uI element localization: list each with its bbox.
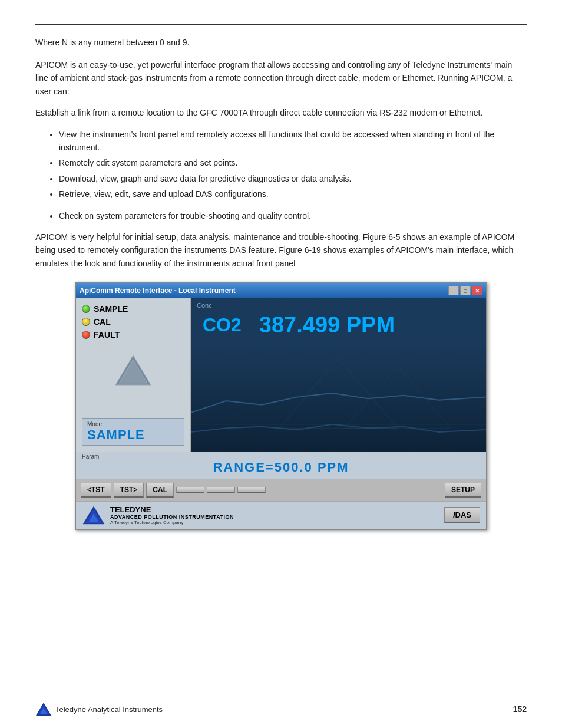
brand-area: TELEDYNE ADVANCED POLLUTION INSTRUMENTAT… (82, 505, 234, 525)
window-body: SAMPLE CAL FAULT (76, 298, 486, 529)
sample-status-row: SAMPLE (82, 304, 184, 314)
cal-dot (82, 318, 90, 326)
measurement-row: CO2 387.499 PPM (191, 310, 486, 342)
list-item: Check on system parameters for trouble-s… (59, 209, 527, 222)
sample-label: SAMPLE (94, 304, 128, 314)
top-note: Where N is any numeral between 0 and 9. (35, 37, 527, 49)
para2: Establish a link from a remote location … (35, 106, 527, 119)
brand-tagline: A Teledyne Technologies Company (110, 520, 234, 525)
brand-text: TELEDYNE ADVANCED POLLUTION INSTRUMENTAT… (110, 505, 234, 525)
list-item: Download, view, graph and save data for … (59, 172, 527, 185)
idas-label-das: DAS (455, 510, 471, 519)
blank-button-3[interactable] (237, 487, 266, 493)
page-footer: Teledyne Analytical Instruments 152 (35, 697, 527, 716)
page: Where N is any numeral between 0 and 9. … (0, 0, 562, 728)
close-button[interactable]: ✕ (472, 286, 482, 295)
chart-svg (191, 342, 486, 452)
param-bar: Param RANGE=500.0 PPM (76, 452, 486, 479)
idas-button[interactable]: iDAS (444, 507, 480, 523)
sample-dot (82, 305, 90, 313)
minimize-button[interactable]: _ (448, 286, 459, 295)
instrument-main: SAMPLE CAL FAULT (76, 298, 486, 452)
para3: APICOM is very helpful for initial setup… (35, 230, 527, 270)
cal-label: CAL (94, 317, 111, 327)
mode-value: SAMPLE (87, 427, 179, 443)
right-panel: Conc CO2 387.499 PPM (191, 298, 486, 452)
apicom-window: ApiComm Remote Interface - Local Instrum… (75, 282, 487, 530)
fault-label: FAULT (94, 330, 120, 340)
param-value: RANGE=500.0 PPM (82, 460, 480, 475)
tst-next-button[interactable]: TST> (114, 483, 144, 498)
footer-brand-text: Teledyne Analytical Instruments (55, 705, 163, 714)
brand-main: TELEDYNE (110, 505, 234, 514)
list-item: View the instrument's front panel and re… (59, 128, 527, 154)
footer-triangle-icon (35, 702, 52, 716)
window-controls: _ □ ✕ (448, 286, 482, 295)
para1: APICOM is an easy-to-use, yet powerful i… (35, 58, 527, 98)
bottom-rule (35, 548, 527, 548)
conc-label: Conc (191, 298, 486, 310)
brand-sub: ADVANCED POLLUTION INSTRUMENTATION (110, 514, 234, 520)
footer-brand: Teledyne Analytical Instruments (35, 702, 163, 716)
top-rule (35, 24, 527, 25)
cal-status-row: CAL (82, 317, 184, 327)
button-row: <TST TST> CAL SETUP (76, 479, 486, 501)
brand-triangle-icon (82, 505, 105, 525)
fault-dot (82, 331, 90, 339)
mode-label: Mode (87, 421, 179, 427)
window-title: ApiComm Remote Interface - Local Instrum… (80, 286, 236, 295)
gas-value: 387.499 PPM (259, 312, 395, 338)
triangle-icon (82, 353, 184, 388)
blank-button-1[interactable] (176, 487, 204, 493)
standalone-bullet: Check on system parameters for trouble-s… (59, 209, 527, 222)
gas-name: CO2 (203, 314, 242, 336)
maximize-button[interactable]: □ (460, 286, 471, 295)
param-label: Param (82, 453, 480, 460)
svg-marker-1 (119, 360, 147, 383)
list-item: Retrieve, view, edit, save and upload DA… (59, 187, 527, 200)
mode-box: Mode SAMPLE (82, 418, 184, 446)
chart-area (191, 342, 486, 452)
cal-button[interactable]: CAL (146, 483, 174, 498)
window-titlebar: ApiComm Remote Interface - Local Instrum… (76, 283, 486, 298)
fault-status-row: FAULT (82, 330, 184, 340)
left-panel: SAMPLE CAL FAULT (76, 298, 191, 452)
instrument-triangle-svg (113, 353, 154, 388)
list-item: Remotely edit system parameters and set … (59, 156, 527, 169)
tst-prev-button[interactable]: <TST (81, 483, 111, 498)
blank-button-2[interactable] (207, 487, 235, 493)
setup-button[interactable]: SETUP (445, 483, 481, 498)
page-number: 152 (513, 704, 527, 714)
window-footer: TELEDYNE ADVANCED POLLUTION INSTRUMENTAT… (76, 501, 486, 529)
feature-list: View the instrument's front panel and re… (59, 128, 527, 201)
